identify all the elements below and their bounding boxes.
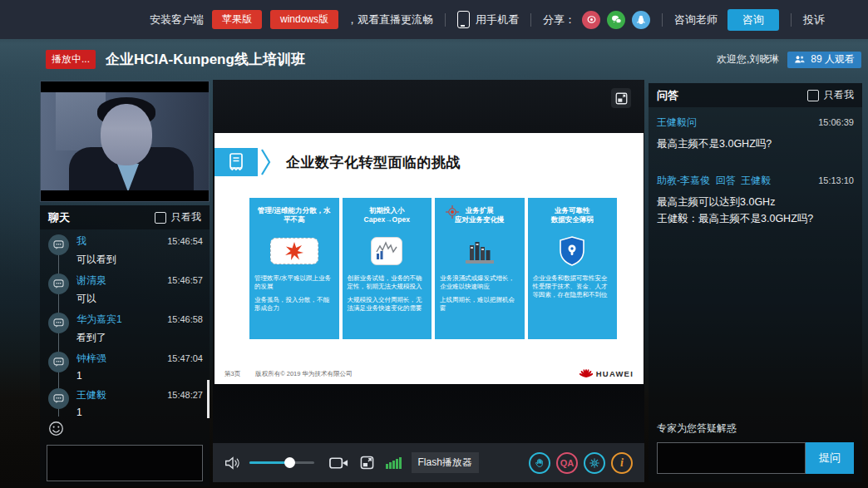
divider (791, 13, 792, 27)
volume-slider[interactable] (249, 461, 314, 464)
qa-answerer-name: 助教-李嘉俊 回答 王健毅 (657, 174, 771, 188)
chat-message: 王健毅15:48:27 1 (40, 383, 210, 417)
qa-button[interactable]: QA (556, 452, 578, 474)
chevron-right-icon (259, 147, 273, 177)
chat-timestamp: 15:46:54 (167, 236, 203, 246)
windows-version-badge[interactable]: windows版 (270, 10, 338, 29)
viewer-count-label: 89 人观看 (811, 52, 855, 67)
chat-bubble-avatar-icon (48, 388, 69, 409)
challenge-box: 业务可靠性 数据安全薄弱 企业业务和数据可靠性安全性受限于技术、资金、人才等因素… (528, 198, 618, 339)
challenge-box: 管理/运维能力分散，水平不高 管理效率/水平难以跟上业务的发展 业务孤岛，投入分… (249, 198, 339, 339)
checkbox-icon[interactable] (155, 212, 166, 224)
chat-timestamp: 15:48:27 (167, 390, 203, 400)
chat-username: 谢清泉 (76, 274, 106, 288)
qa-item: 王健毅问15:06:39 最高主频不是3.0GHZ吗? (649, 107, 862, 154)
info-button[interactable]: i (611, 452, 633, 474)
chat-username: 钟梓强 (76, 352, 106, 366)
share-label: 分享： (543, 12, 575, 27)
consult-teacher-label: 咨询老师 (674, 12, 718, 27)
chat-message: 谢清泉15:46:57 可以 (40, 269, 210, 308)
camera-toggle-button[interactable] (329, 456, 348, 470)
layout-swap-icon (360, 456, 374, 470)
signal-strength-icon (386, 457, 402, 469)
volume-icon[interactable] (224, 456, 241, 471)
smooth-watch-label: ，观看直播更流畅 (347, 12, 433, 27)
volume-slider-thumb[interactable] (284, 457, 295, 468)
viewer-count-badge: 89 人观看 (787, 52, 861, 68)
presenter-face (101, 104, 152, 165)
chat-message: 钟梓强15:47:04 1 (40, 347, 210, 383)
layout-swap-button[interactable] (360, 456, 374, 470)
chat-message: 我15:46:54 可以看到 (40, 229, 210, 269)
gear-icon (589, 457, 600, 469)
divider (662, 13, 663, 27)
chat-username: 我 (76, 234, 86, 249)
complaint-link[interactable]: 投诉 (803, 12, 825, 27)
checkbox-icon[interactable] (807, 90, 819, 101)
chat-timestamp: 15:46:58 (167, 314, 203, 324)
install-client-label: 安装客户端 (150, 12, 204, 27)
chat-only-me-checkbox[interactable]: 只看我 (155, 210, 201, 224)
slide-copyright: 版权所有© 2019 华为技术有限公司 (255, 370, 352, 378)
player-controls: Flash播放器 QA i (213, 443, 644, 482)
chat-bubble-avatar-icon (48, 274, 69, 294)
watch-on-mobile-label[interactable]: 用手机看 (476, 12, 519, 27)
presenter-video[interactable] (40, 81, 210, 202)
chat-text: 1 (76, 407, 203, 417)
qa-item: 助教-李嘉俊 回答 王健毅15:13:10 最高主频可以达到3.0GHz 王健毅… (649, 165, 862, 229)
room-title: 企业HCIA-Kunpeng线上培训班 (106, 50, 305, 69)
divider (445, 13, 446, 27)
challenge-box: 业务扩展 应对业务变化慢 业务浪涌式或爆发式增长，企业难以快速响应 上线周期长，… (435, 198, 525, 339)
ask-question-button[interactable]: 提问 (806, 442, 854, 474)
room-header: 播放中... 企业HCIA-Kunpeng线上培训班 欢迎您,刘晓琳 89 人观… (0, 39, 868, 80)
settings-button[interactable] (584, 452, 605, 474)
chat-text: 可以看到 (76, 253, 203, 267)
consult-button[interactable]: 咨询 (727, 9, 779, 31)
qa-timestamp: 15:06:39 (818, 117, 854, 127)
chat-message: 华为嘉宾115:46:58 看到了 (40, 308, 210, 347)
top-bar: 安装客户端 苹果版 windows版 ，观看直播更流畅 用手机看 分享： 咨询老… (0, 0, 868, 39)
qa-question-input[interactable] (657, 442, 806, 474)
challenge-boxes: 管理/运维能力分散，水平不高 管理效率/水平难以跟上业务的发展 业务孤岛，投入分… (249, 198, 617, 339)
qa-timestamp: 15:13:10 (818, 175, 854, 185)
slide: 企业数字化转型面临的挑战 管理/运维能力分散，水平不高 管理效率/水平难以跟上业… (215, 133, 644, 384)
chat-bubble-avatar-icon (48, 234, 69, 255)
buildings-icon (440, 233, 520, 269)
phone-icon (457, 11, 470, 28)
qa-prompt-label: 专家为您答疑解惑 (657, 421, 854, 436)
challenge-box: 初期投入小 Capex→Opex 创新业务试错，业务的不确定性，初期无法大规模投… (343, 198, 432, 339)
chat-message-list[interactable]: 我15:46:54 可以看到 谢清泉15:46:57 可以 华为嘉宾115:46… (40, 229, 210, 417)
qa-asker-name: 王健毅问 (657, 116, 697, 130)
presenter-scene (41, 92, 209, 190)
emoji-button[interactable] (48, 421, 64, 440)
swap-view-icon (615, 92, 628, 105)
chat-timestamp: 15:46:57 (167, 275, 203, 285)
slide-doc-icon (215, 148, 258, 176)
people-icon (794, 55, 806, 64)
presentation-player: 企业数字化转型面临的挑战 管理/运维能力分散，水平不高 管理效率/水平难以跟上业… (213, 80, 644, 482)
slide-title: 企业数字化转型面临的挑战 (286, 153, 461, 172)
hand-icon (534, 457, 545, 469)
huawei-wordmark: HUAWEI (596, 369, 634, 378)
qa-header: 问答 只看我 (649, 83, 862, 107)
raise-hand-button[interactable] (529, 452, 550, 474)
qa-answer-text: 最高主频可以达到3.0GHz 王健毅：最高主频不是3.0GHZ吗? (657, 195, 854, 227)
chat-input[interactable] (47, 445, 203, 481)
chat-username: 王健毅 (76, 388, 106, 402)
chat-title: 聊天 (48, 210, 70, 225)
slide-footer: 第3页 版权所有© 2019 华为技术有限公司 HUAWEI (224, 368, 634, 379)
swap-view-button[interactable] (611, 88, 631, 108)
huawei-flower-icon (579, 368, 593, 379)
chat-panel: 聊天 只看我 我15:46:54 可以看到 谢清泉15:46:57 可以 华为嘉… (40, 205, 210, 486)
divider (530, 13, 531, 27)
wechat-share-icon[interactable] (607, 11, 625, 29)
apple-version-badge[interactable]: 苹果版 (212, 10, 262, 29)
huawei-logo: HUAWEI (579, 368, 634, 379)
qa-only-me-checkbox[interactable]: 只看我 (807, 88, 854, 102)
weibo-share-icon[interactable] (582, 11, 600, 29)
chat-scrollbar[interactable] (207, 380, 210, 418)
qq-share-icon[interactable] (632, 11, 650, 29)
flash-player-toggle[interactable]: Flash播放器 (412, 452, 479, 473)
welcome-user-label: 欢迎您,刘晓琳 (717, 52, 779, 67)
qa-title: 问答 (657, 88, 678, 103)
